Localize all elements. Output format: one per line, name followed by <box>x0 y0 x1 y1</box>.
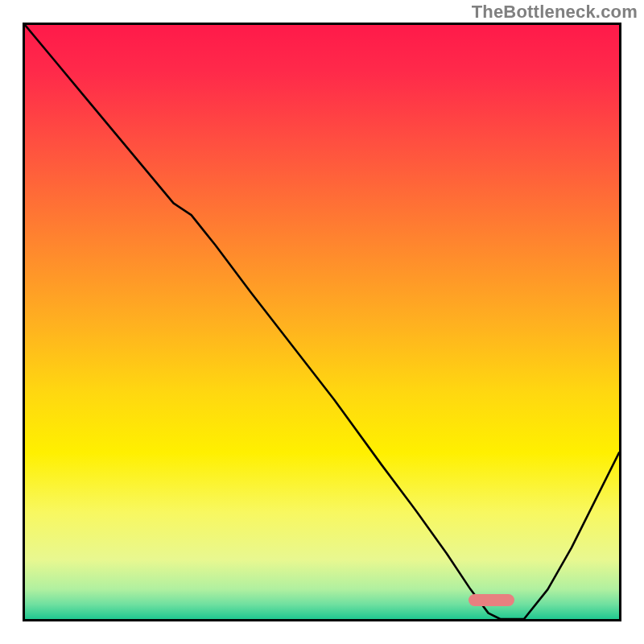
background-gradient <box>25 25 619 619</box>
plot-area <box>23 23 621 621</box>
svg-rect-0 <box>25 25 619 619</box>
attribution-text: TheBottleneck.com <box>472 2 638 23</box>
chart-container: TheBottleneck.com <box>0 0 644 644</box>
